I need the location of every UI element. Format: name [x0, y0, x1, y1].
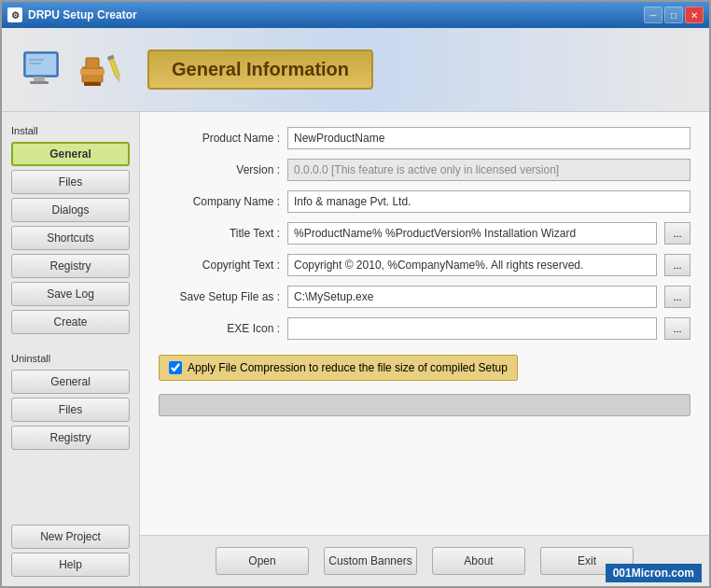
svg-rect-2 [34, 77, 45, 81]
compression-checkbox[interactable] [169, 361, 182, 374]
new-project-button[interactable]: New Project [11, 525, 130, 549]
watermark: 001Micron.com [606, 564, 702, 582]
maximize-button[interactable]: □ [664, 7, 683, 23]
save-setup-label: Save Setup File as : [159, 290, 280, 303]
svg-rect-8 [84, 82, 101, 86]
minimize-button[interactable]: ─ [644, 7, 662, 23]
compression-label: Apply File Compression to reduce the fil… [188, 361, 508, 374]
sidebar-item-shortcuts[interactable]: Shortcuts [11, 226, 130, 250]
sidebar-item-dialogs[interactable]: Dialogs [11, 198, 130, 222]
sidebar-item-general-install[interactable]: General [11, 142, 130, 166]
copyright-text-label: Copyright Text : [159, 259, 280, 272]
sidebar-item-general-uninstall[interactable]: General [11, 370, 130, 394]
uninstall-section-label: Uninstall [11, 353, 130, 364]
sidebar-item-create[interactable]: Create [11, 310, 130, 334]
save-setup-input[interactable] [287, 286, 657, 308]
product-name-label: Product Name : [159, 132, 280, 145]
open-button[interactable]: Open [216, 547, 309, 575]
company-name-label: Company Name : [159, 195, 280, 208]
install-section-label: Install [11, 125, 130, 136]
sidebar-item-registry-uninstall[interactable]: Registry [11, 426, 130, 450]
sidebar-item-files-uninstall[interactable]: Files [11, 398, 130, 422]
exe-icon-label: EXE Icon : [159, 322, 280, 335]
title-bar: ⚙ DRPU Setup Creator ─ □ ✕ [2, 2, 709, 28]
custom-banners-button[interactable]: Custom Banners [324, 547, 417, 575]
window-title: DRPU Setup Creator [28, 8, 137, 21]
sidebar-item-savelog[interactable]: Save Log [11, 282, 130, 306]
title-text-browse-button[interactable]: ... [664, 222, 690, 245]
copyright-text-input[interactable] [287, 254, 657, 276]
page-title: General Information [147, 49, 373, 90]
window-controls: ─ □ ✕ [644, 7, 704, 23]
version-input [287, 159, 690, 181]
save-setup-row: Save Setup File as : ... [159, 286, 690, 308]
about-button[interactable]: About [432, 547, 525, 575]
progress-bar [159, 394, 690, 416]
copyright-text-row: Copyright Text : ... [159, 254, 690, 276]
sidebar-item-registry-install[interactable]: Registry [11, 254, 130, 278]
save-setup-browse-button[interactable]: ... [664, 286, 690, 308]
svg-rect-1 [26, 54, 56, 75]
product-name-row: Product Name : [159, 127, 690, 149]
product-name-input[interactable] [287, 127, 690, 149]
version-row: Version : [159, 159, 690, 181]
copyright-text-browse-button[interactable]: ... [664, 254, 690, 276]
title-text-label: Title Text : [159, 227, 280, 240]
header-icons [21, 49, 129, 91]
exe-icon-browse-button[interactable]: ... [664, 317, 690, 340]
sidebar-item-files-install[interactable]: Files [11, 170, 130, 194]
exe-icon-input[interactable] [287, 317, 657, 340]
body-area: Install General Files Dialogs Shortcuts … [2, 112, 709, 586]
compression-checkbox-row[interactable]: Apply File Compression to reduce the fil… [159, 355, 518, 381]
company-name-row: Company Name : [159, 190, 690, 213]
title-text-row: Title Text : ... [159, 222, 690, 245]
sidebar: Install General Files Dialogs Shortcuts … [2, 112, 140, 586]
company-name-input[interactable] [287, 190, 690, 213]
svg-rect-3 [30, 81, 49, 84]
exe-icon-row: EXE Icon : ... [159, 317, 690, 340]
title-text-input[interactable] [287, 222, 657, 245]
help-button[interactable]: Help [11, 553, 130, 577]
computer-icon [21, 49, 67, 91]
app-icon: ⚙ [7, 7, 22, 22]
form-area: Product Name : Version : Company Name : … [140, 112, 709, 535]
header-banner: General Information [2, 28, 709, 112]
version-label: Version : [159, 163, 280, 176]
close-button[interactable]: ✕ [685, 7, 704, 23]
